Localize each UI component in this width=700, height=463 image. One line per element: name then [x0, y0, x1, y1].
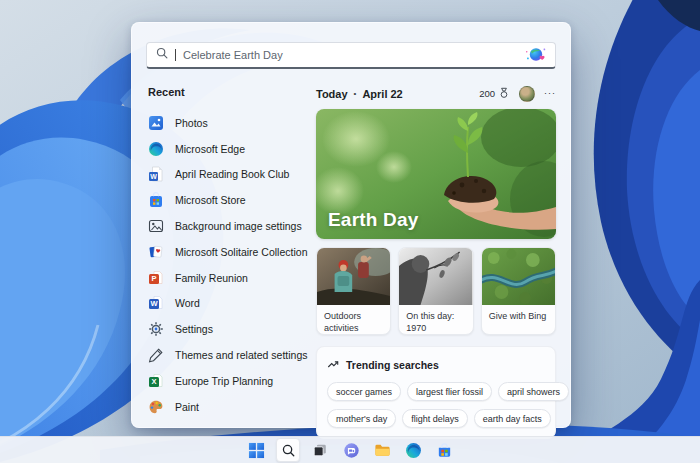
- text-caret: [175, 49, 176, 61]
- recent-section: Recent Photos Microsoft Edge W April Rea…: [146, 84, 316, 439]
- river-forest-aerial: [482, 248, 555, 305]
- recent-item-microsoft-edge[interactable]: Microsoft Edge: [148, 136, 310, 162]
- recent-item-microsoft-store[interactable]: Microsoft Store: [148, 187, 310, 213]
- edge-button[interactable]: [402, 439, 424, 461]
- user-avatar[interactable]: [519, 86, 535, 102]
- gear-icon: [148, 321, 164, 337]
- store-button[interactable]: [433, 439, 455, 461]
- recent-item-settings[interactable]: Settings: [148, 316, 310, 342]
- bing-earth-globe-icon[interactable]: [525, 46, 547, 64]
- card-label: On this day: 1970: [399, 305, 472, 334]
- earth-day-hero-card[interactable]: Earth Day: [316, 109, 556, 239]
- solitaire-icon: [148, 244, 164, 260]
- card-label: Outdoors activities nearby: [317, 305, 390, 335]
- taskbar-search-button[interactable]: [276, 438, 300, 462]
- recent-item-label: Microsoft Edge: [175, 143, 245, 155]
- powerpoint-icon: P: [148, 270, 164, 286]
- today-label: Today: [316, 88, 348, 100]
- search-placeholder: Celebrate Earth Day: [183, 49, 519, 61]
- search-icon: [281, 443, 296, 458]
- recent-item-label: Family Reunion: [175, 272, 248, 284]
- store-icon: [148, 192, 164, 208]
- word-icon: W: [148, 295, 164, 311]
- start-button[interactable]: [245, 439, 267, 461]
- recent-item-microsoft-solitaire-collection[interactable]: Microsoft Solitaire Collection: [148, 239, 310, 265]
- paint-icon: [148, 399, 164, 415]
- task-view-icon: [312, 442, 328, 458]
- recent-item-label: Themes and related settings: [175, 349, 308, 361]
- chat-icon: [343, 442, 360, 459]
- trending-chip[interactable]: april showers: [498, 382, 569, 401]
- recent-item-europe-trip-planning[interactable]: X Europe Trip Planning: [148, 368, 310, 394]
- search-icon: [155, 46, 169, 64]
- today-header: Today • April 22 200 ···: [316, 86, 556, 101]
- edge-icon: [148, 141, 164, 157]
- trending-up-icon: [327, 356, 339, 374]
- more-options-button[interactable]: ···: [544, 89, 556, 98]
- recent-item-label: Background image settings: [175, 220, 302, 232]
- medal-icon: [498, 87, 510, 101]
- hikers-photo: [317, 248, 390, 305]
- svg-text:W: W: [150, 300, 158, 309]
- store-icon: [436, 442, 453, 459]
- svg-text:X: X: [151, 377, 156, 386]
- date-label: April 22: [362, 88, 402, 100]
- header-separator: •: [354, 89, 357, 98]
- trending-chip[interactable]: mother's day: [327, 409, 396, 428]
- hero-title: Earth Day: [328, 209, 419, 231]
- trending-chip[interactable]: largest flier fossil: [407, 382, 492, 401]
- trending-chip[interactable]: flight delays: [402, 409, 468, 428]
- recent-title: Recent: [148, 86, 310, 98]
- recent-item-april-reading-book-club[interactable]: W April Reading Book Club: [148, 162, 310, 188]
- pencil-icon: [148, 347, 164, 363]
- trending-chip[interactable]: earth day facts: [474, 409, 551, 428]
- recent-item-label: Europe Trip Planning: [175, 375, 273, 387]
- today-section: Today • April 22 200 ···: [316, 84, 556, 439]
- rewards-badge[interactable]: 200: [479, 87, 510, 101]
- taskbar: [0, 436, 700, 463]
- edge-icon: [405, 442, 422, 459]
- windows-logo-icon: [248, 442, 265, 459]
- recent-item-label: Settings: [175, 323, 213, 335]
- recent-item-word[interactable]: W Word: [148, 291, 310, 317]
- vintage-1970-photo: [399, 248, 472, 305]
- recent-item-family-reunion[interactable]: P Family Reunion: [148, 265, 310, 291]
- search-flyout-panel: Celebrate Earth Day Recent: [131, 22, 571, 428]
- trending-title: Trending searches: [346, 359, 439, 371]
- card-outdoors-activities[interactable]: Outdoors activities nearby: [316, 247, 391, 335]
- search-input[interactable]: Celebrate Earth Day: [146, 42, 556, 69]
- trending-searches-panel: Trending searches soccer games largest f…: [316, 346, 556, 439]
- recent-item-themes-and-related-settings[interactable]: Themes and related settings: [148, 342, 310, 368]
- rewards-points: 200: [479, 88, 495, 99]
- folder-icon: [374, 442, 391, 459]
- file-explorer-button[interactable]: [371, 439, 393, 461]
- today-cards: Outdoors activities nearby: [316, 247, 556, 335]
- recent-item-background-image-settings[interactable]: Background image settings: [148, 213, 310, 239]
- card-give-with-bing[interactable]: Give with Bing: [481, 247, 556, 335]
- recent-item-label: Paint: [175, 401, 199, 413]
- recent-item-photos[interactable]: Photos: [148, 110, 310, 136]
- trending-chip[interactable]: soccer games: [327, 382, 401, 401]
- recent-item-label: Photos: [175, 117, 208, 129]
- recent-item-label: Word: [175, 297, 200, 309]
- card-on-this-day[interactable]: On this day: 1970: [398, 247, 473, 335]
- chat-button[interactable]: [340, 439, 362, 461]
- word-document-icon: W: [148, 166, 164, 182]
- recent-item-label: Microsoft Solitaire Collection: [175, 246, 307, 258]
- card-label: Give with Bing: [482, 305, 555, 322]
- photos-icon: [148, 115, 164, 131]
- excel-icon: X: [148, 373, 164, 389]
- task-view-button[interactable]: [309, 439, 331, 461]
- svg-text:P: P: [151, 274, 156, 283]
- recent-item-label: April Reading Book Club: [175, 168, 289, 180]
- recent-item-label: Microsoft Store: [175, 194, 246, 206]
- recent-item-paint[interactable]: Paint: [148, 394, 310, 420]
- image-settings-icon: [148, 218, 164, 234]
- svg-text:W: W: [150, 173, 157, 180]
